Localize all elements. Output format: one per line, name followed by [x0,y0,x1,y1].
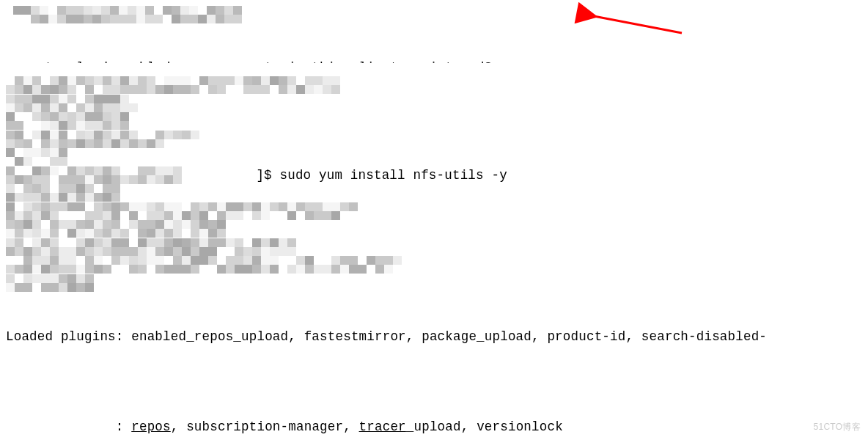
redacted-pixel-row [6,95,147,103]
redacted-pixel-row [6,76,340,85]
redacted-pixel-row [6,211,358,220]
prompt-suffix: ]$ [249,168,280,183]
redacted-pixel-row [6,229,226,238]
plugins-repos-link: repos [131,419,171,434]
plugins-suffix: _upload, versionlock [406,419,563,434]
redacted-pixel-row [6,184,120,193]
redacted-pixel-row [6,247,296,256]
redacted-pixel-row [6,112,129,121]
redacted-pixel-row [6,274,94,283]
redacted-pixel-row [6,131,199,139]
redacted-pixel-row [6,121,129,130]
redacted-pixel-row [6,166,182,175]
redacted-pixel-row [6,238,296,247]
plugins-line-1: Loaded plugins: enabled_repos_upload, fa… [6,328,862,346]
cropped-prev-line: cannot upload enabled repos report, is t… [6,59,862,63]
plugins-line-2: : repos, subscription-manager, tracer_up… [6,418,862,436]
redacted-pixel-row [6,283,94,292]
prompt-line: [ ]$ sudo yum install nfs-utils -y [6,148,862,166]
svg-line-0 [594,16,682,33]
plugins-mid: , subscription-manager, [171,419,359,434]
redacted-pixel-row [6,85,340,94]
redacted-pixel-row [6,256,402,265]
redacted-pixel-row [6,175,182,184]
plugins-text-1: Loaded plugins: enabled_repos_upload, fa… [6,329,767,344]
redacted-pixel-row [6,148,67,157]
redacted-pixel-row [6,202,358,211]
redacted-pixel-row [6,265,402,274]
redacted-pixel-row [6,103,147,112]
redacted-pixel-row [6,220,226,229]
redacted-pixel-row [13,6,242,15]
redacted-pixel-row [13,15,242,23]
redacted-pixel-row [6,193,120,202]
terminal-output: cannot upload enabled repos report, is t… [0,0,868,440]
watermark-text: 51CTO博客 [813,418,861,436]
plugins-tracer-link: tracer [359,419,406,434]
redacted-pixel-row [6,139,199,148]
plugins-indent: : [6,419,131,434]
command-text: sudo yum install nfs-utils -y [280,168,507,183]
redacted-pixel-row [6,157,67,166]
